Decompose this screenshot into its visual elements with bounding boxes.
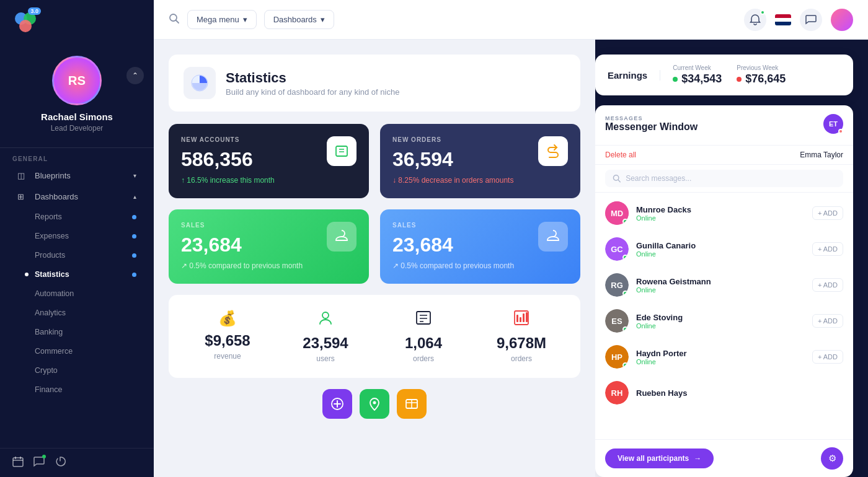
calendar-icon-btn[interactable] xyxy=(12,456,24,470)
svg-rect-24 xyxy=(526,312,528,322)
logo-area: 3.0 xyxy=(0,0,154,46)
contact-status-ede: Online xyxy=(636,322,683,330)
search-icon[interactable] xyxy=(169,13,180,27)
previous-week-label: Previous Week xyxy=(737,64,786,71)
stats-title: Statistics xyxy=(226,70,399,86)
svg-text:RH: RH xyxy=(611,388,623,398)
message-search-input[interactable] xyxy=(626,174,836,183)
view-all-participants-btn[interactable]: View all participants → xyxy=(605,449,714,468)
sidebar-profile: RS Rachael Simons Lead Developer xyxy=(0,46,154,148)
contact-info-gunilla: Gunilla Canario Online xyxy=(636,241,696,258)
svg-text:ES: ES xyxy=(611,317,622,326)
search-icon xyxy=(613,174,621,183)
users-value: 23,594 xyxy=(303,335,348,352)
contact-status-gunilla: Online xyxy=(636,250,696,258)
contact-add-haydn[interactable]: + ADD xyxy=(812,350,843,364)
sidebar-item-crypto[interactable]: Crypto xyxy=(5,361,149,380)
statistics-dot xyxy=(132,273,136,277)
current-week-label: Current Week xyxy=(673,64,722,71)
contact-avatar-ede: ES xyxy=(605,309,629,333)
contact-avatar-haydn: HP xyxy=(605,345,629,369)
users-icon xyxy=(317,310,334,330)
stat-users: 23,594 users xyxy=(281,310,370,363)
blueprints-icon: ◫ xyxy=(17,171,29,180)
sales-green-icon xyxy=(327,222,356,252)
metric-card-sales-blue: SALES 23,684 ↗ 0.5% compared to previous… xyxy=(380,209,580,284)
svg-point-15 xyxy=(322,312,329,318)
sidebar-item-automation[interactable]: Automation xyxy=(5,284,149,303)
sidebar-item-reports[interactable]: Reports xyxy=(5,208,149,226)
contact-gunilla[interactable]: GC Gunilla Canario Online + ADD xyxy=(595,231,853,267)
contact-online-dot xyxy=(622,255,628,260)
contact-online-dot xyxy=(622,326,628,332)
sidebar-item-expenses[interactable]: Expenses xyxy=(5,227,149,245)
profile-name: Rachael Simons xyxy=(41,112,113,122)
contact-haydn[interactable]: HP Haydn Porter Online + ADD xyxy=(595,339,853,375)
search-input-wrap xyxy=(605,170,843,187)
svg-text:MD: MD xyxy=(611,209,623,218)
sidebar-bottom xyxy=(0,448,154,477)
contact-name-rueben: Rueben Hays xyxy=(636,388,687,398)
earnings-previous-week: Previous Week $76,645 xyxy=(737,64,786,85)
earnings-label: Earnings xyxy=(608,70,660,81)
contact-add-ede[interactable]: + ADD xyxy=(812,314,843,328)
chat-btn[interactable] xyxy=(800,9,822,31)
new-accounts-icon xyxy=(327,136,356,166)
stats-header-icon xyxy=(184,67,216,99)
contact-rueben[interactable]: RH Rueben Hays xyxy=(595,375,853,411)
contact-munroe[interactable]: MD Munroe Dacks Online + ADD xyxy=(595,195,853,231)
svg-rect-12 xyxy=(336,146,347,156)
users-label: users xyxy=(316,354,334,363)
delete-all-btn[interactable]: Delete all xyxy=(605,151,636,159)
contact-add-gunilla[interactable]: + ADD xyxy=(812,242,843,256)
contact-info-ede: Ede Stoving Online xyxy=(636,313,683,330)
sidebar-item-blueprints[interactable]: ◫ Blueprints ▾ xyxy=(5,165,149,186)
contact-avatar-rueben: RH xyxy=(605,381,629,405)
commerce-label: Commerce xyxy=(35,347,73,356)
previous-week-dot xyxy=(737,77,742,82)
sidebar-item-analytics[interactable]: Analytics xyxy=(5,304,149,322)
new-orders-icon xyxy=(538,136,568,166)
language-flag[interactable] xyxy=(775,14,791,25)
expenses-label: Expenses xyxy=(35,232,69,240)
notification-bell-btn[interactable] xyxy=(744,9,766,31)
power-icon-btn[interactable] xyxy=(55,456,66,470)
contact-add-rowena[interactable]: + ADD xyxy=(812,278,843,292)
sidebar-item-statistics[interactable]: Statistics xyxy=(5,265,149,284)
stat-revenue: 💰 $9,658 revenue xyxy=(184,310,272,363)
contact-avatar-rowena: RG xyxy=(605,273,629,297)
orders2-icon xyxy=(513,310,529,330)
earnings-current-week: Current Week $34,543 xyxy=(673,64,722,85)
dashboards-button[interactable]: Dashboards ▾ xyxy=(264,10,334,29)
user-avatar-btn[interactable] xyxy=(831,9,853,31)
dashboards-icon: ⊞ xyxy=(17,192,29,201)
svg-text:RG: RG xyxy=(611,281,623,290)
sidebar-item-commerce[interactable]: Commerce xyxy=(5,342,149,361)
sidebar-item-products[interactable]: Products xyxy=(5,246,149,265)
contact-avatar-gunilla: GC xyxy=(605,237,629,261)
dashboards-label: Dashboards xyxy=(35,192,78,201)
mega-menu-button[interactable]: Mega menu ▾ xyxy=(187,10,257,29)
settings-btn[interactable]: ⚙ xyxy=(821,447,843,470)
contact-ede[interactable]: ES Ede Stoving Online + ADD xyxy=(595,303,853,339)
fab-table-btn[interactable] xyxy=(397,389,427,419)
contact-online-dot xyxy=(622,362,628,368)
messenger-contact-list: MD Munroe Dacks Online + ADD xyxy=(595,193,853,439)
metric-card-sales-green: SALES 23,684 ↗ 0.5% compared to previous… xyxy=(169,209,369,284)
sidebar-item-finance[interactable]: Finance xyxy=(5,380,149,399)
fab-add-btn[interactable] xyxy=(322,389,352,419)
content-area: Statistics Build any kind of dashboard f… xyxy=(154,40,868,477)
chat-icon-btn[interactable] xyxy=(33,456,45,470)
analytics-label: Analytics xyxy=(35,309,66,317)
new-orders-change: ↓ 8.25% decrease in orders amounts xyxy=(392,176,568,185)
active-user-avatar[interactable]: ET xyxy=(823,114,843,134)
sidebar-expand-btn[interactable]: ⌃ xyxy=(126,67,144,84)
svg-point-2 xyxy=(19,20,32,32)
sidebar-item-banking[interactable]: Banking xyxy=(5,323,149,341)
contact-add-munroe[interactable]: + ADD xyxy=(812,206,843,220)
notification-badge xyxy=(760,10,765,15)
sidebar-item-dashboards[interactable]: ⊞ Dashboards ▴ xyxy=(5,186,149,207)
contact-rowena[interactable]: RG Rowena Geistmann Online + ADD xyxy=(595,267,853,303)
fab-location-btn[interactable] xyxy=(360,389,389,419)
reports-dot xyxy=(132,215,136,219)
